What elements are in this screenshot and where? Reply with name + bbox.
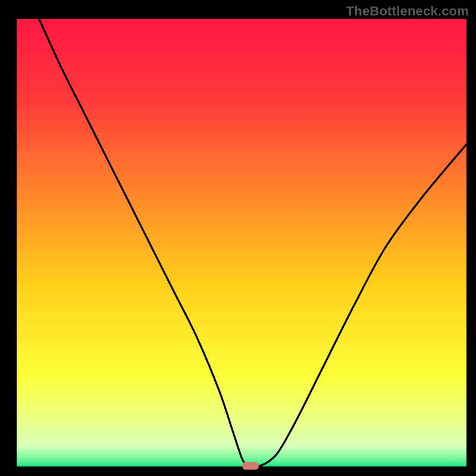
watermark-text: TheBottleneck.com [346, 4, 469, 19]
chart-frame: { "watermark": "TheBottleneck.com", "cha… [0, 0, 476, 476]
plot-background [17, 19, 466, 466]
bottleneck-chart [0, 0, 476, 476]
optimal-point-marker [242, 462, 259, 470]
